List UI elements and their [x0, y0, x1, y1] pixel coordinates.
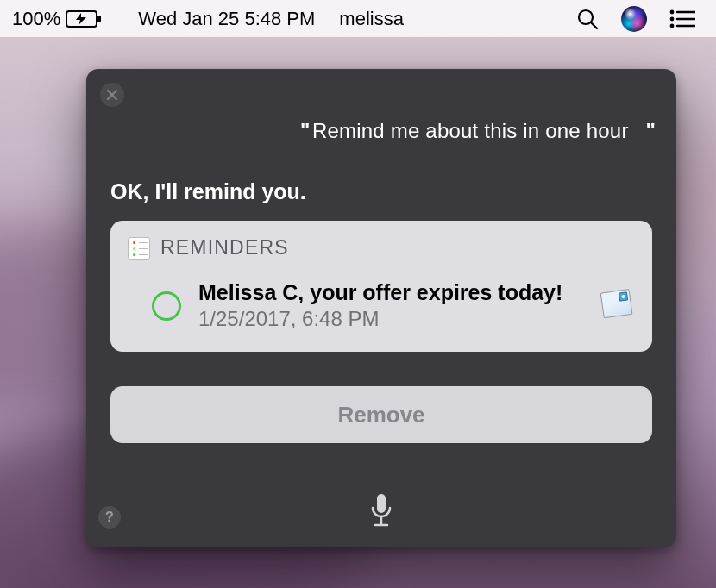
remove-button-label: Remove: [337, 402, 424, 428]
menubar-username[interactable]: melissa: [339, 8, 404, 30]
menubar: 100% Wed Jan 25 5:48 PM melissa: [0, 0, 716, 38]
reminder-item[interactable]: Melissa C, your offer expires today! 1/2…: [110, 270, 652, 352]
svg-marker-2: [76, 13, 86, 25]
svg-rect-1: [97, 16, 101, 22]
remove-button[interactable]: Remove: [110, 386, 652, 443]
close-button[interactable]: [100, 83, 124, 107]
svg-rect-13: [377, 494, 386, 513]
close-quote: ": [646, 119, 656, 143]
svg-point-5: [670, 9, 675, 14]
siri-user-query: Remind me about this in one hour: [312, 119, 637, 143]
microphone-button[interactable]: [360, 489, 403, 532]
siri-panel: " Remind me about this in one hour " OK,…: [86, 69, 676, 547]
search-icon[interactable]: [576, 8, 599, 30]
mail-icon: [600, 288, 636, 323]
reminders-app-icon: [128, 237, 150, 260]
svg-point-9: [670, 23, 675, 28]
battery-status[interactable]: 100%: [12, 8, 102, 30]
siri-icon[interactable]: [621, 6, 647, 32]
open-quote: ": [300, 119, 310, 143]
reminder-card: REMINDERS Melissa C, your offer expires …: [110, 221, 652, 352]
menubar-datetime[interactable]: Wed Jan 25 5:48 PM: [138, 8, 315, 30]
reminder-datetime: 1/25/2017, 6:48 PM: [198, 307, 585, 331]
card-app-name: REMINDERS: [160, 236, 289, 260]
battery-percent-label: 100%: [12, 8, 60, 30]
siri-response-text: OK, I'll remind you.: [110, 179, 306, 204]
reminder-complete-radio[interactable]: [152, 291, 181, 321]
svg-point-7: [670, 16, 675, 21]
help-button[interactable]: ?: [98, 506, 121, 529]
reminder-title: Melissa C, your offer expires today!: [198, 280, 585, 305]
card-header: REMINDERS: [110, 221, 652, 270]
notification-list-icon[interactable]: [669, 9, 695, 28]
battery-charging-icon: [66, 10, 102, 28]
svg-line-4: [591, 22, 597, 28]
